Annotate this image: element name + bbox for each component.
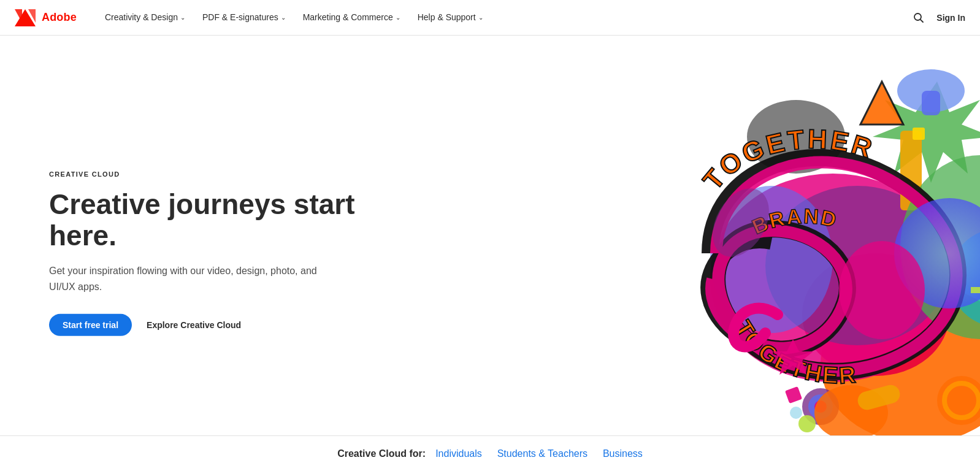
hero-subtitle: Get your inspiration flowing with our vi… — [49, 263, 319, 294]
svg-rect-31 — [785, 386, 802, 404]
adobe-logo-icon — [15, 9, 36, 26]
nav-right: Sign In — [913, 12, 965, 23]
svg-rect-15 — [913, 128, 925, 140]
cloud-for-students-link[interactable]: Students & Teachers — [497, 448, 588, 459]
svg-rect-36 — [922, 91, 940, 115]
svg-point-34 — [839, 241, 925, 339]
main-nav: Adobe Creativity & Design ⌄ PDF & E-sign… — [0, 0, 980, 36]
svg-point-27 — [798, 415, 816, 432]
hero-art: TOGETHER TOGETHER BRAND — [416, 45, 980, 462]
cloud-for-label: Creative Cloud for: — [337, 448, 426, 459]
separator-2 — [592, 448, 598, 459]
adobe-logo[interactable]: Adobe — [15, 9, 77, 26]
svg-line-4 — [921, 19, 923, 21]
hero-eyebrow: CREATIVE CLOUD — [49, 170, 368, 178]
nav-help-support[interactable]: Help & Support ⌄ — [409, 0, 492, 36]
hero-content: CREATIVE CLOUD Creative journeys start h… — [49, 170, 368, 336]
cloud-for-individuals-link[interactable]: Individuals — [435, 448, 482, 459]
nav-marketing-commerce[interactable]: Marketing & Commerce ⌄ — [294, 0, 409, 36]
hero-section: CREATIVE CLOUD Creative journeys start h… — [0, 36, 980, 471]
search-icon — [913, 12, 924, 23]
hero-actions: Start free trial Explore Creative Cloud — [49, 314, 368, 336]
chevron-down-icon: ⌄ — [180, 14, 185, 21]
chevron-down-icon: ⌄ — [478, 14, 483, 21]
chevron-down-icon: ⌄ — [396, 14, 400, 21]
hero-title: Creative journeys start here. — [49, 189, 368, 251]
svg-point-28 — [790, 407, 802, 419]
cloud-for-bar: Creative Cloud for: Individuals Students… — [0, 435, 980, 471]
sign-in-button[interactable]: Sign In — [936, 13, 965, 23]
brand-name: Adobe — [42, 11, 77, 24]
search-button[interactable] — [913, 12, 924, 23]
svg-marker-37 — [860, 82, 903, 124]
nav-pdf-esignatures[interactable]: PDF & E-signatures ⌄ — [194, 0, 294, 36]
explore-creative-cloud-link[interactable]: Explore Creative Cloud — [147, 320, 241, 330]
nav-links: Creativity & Design ⌄ PDF & E-signatures… — [96, 0, 913, 36]
separator-1 — [487, 448, 492, 459]
nav-creativity-design[interactable]: Creativity & Design ⌄ — [96, 0, 194, 36]
start-free-trial-button[interactable]: Start free trial — [49, 314, 132, 336]
chevron-down-icon: ⌄ — [281, 14, 286, 21]
hero-illustration: TOGETHER TOGETHER BRAND — [416, 45, 980, 462]
cloud-for-business-link[interactable]: Business — [603, 448, 643, 459]
